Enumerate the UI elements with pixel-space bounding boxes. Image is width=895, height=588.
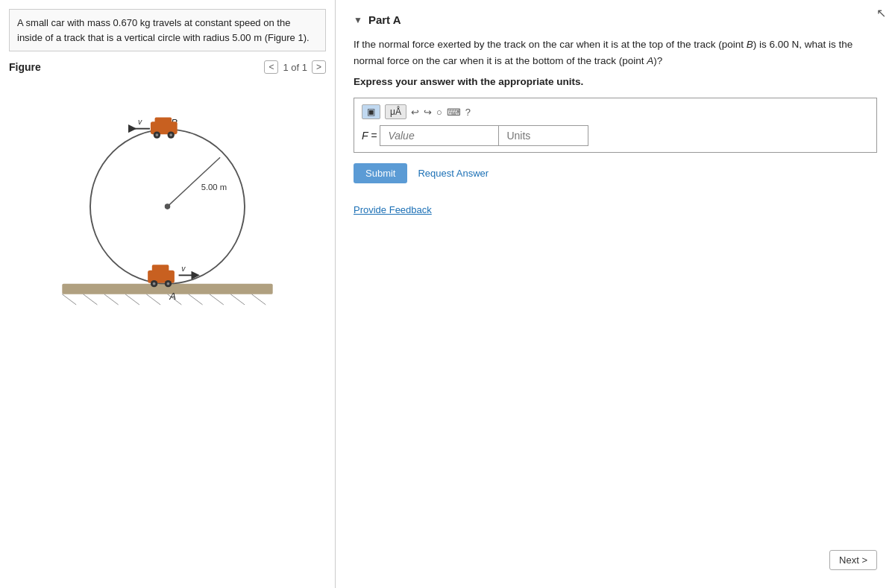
left-panel: A small car with mass 0.670 kg travels a…	[0, 0, 336, 588]
refresh-icon[interactable]: ○	[436, 107, 442, 118]
figure-area: Figure < 1 of 1 >	[0, 57, 335, 588]
redo-icon[interactable]: ↪	[424, 107, 432, 118]
svg-line-1	[62, 294, 76, 305]
keyboard-icon[interactable]: ⌨	[447, 107, 461, 118]
part-header: ▼ Part A	[354, 13, 877, 26]
figure-prev-btn[interactable]: <	[264, 60, 278, 74]
svg-point-17	[156, 133, 159, 136]
figure-label-row: Figure < 1 of 1 >	[0, 57, 335, 77]
units-input[interactable]	[499, 125, 588, 146]
right-panel: ↖ ▼ Part A If the normal force exerted b…	[336, 0, 895, 588]
mu-a-btn[interactable]: μÅ	[385, 104, 406, 119]
figure-nav: < 1 of 1 >	[264, 60, 326, 74]
question-text: If the normal force exerted by the track…	[354, 37, 877, 69]
part-title: Part A	[368, 13, 401, 26]
svg-point-18	[169, 133, 172, 136]
help-icon[interactable]: ?	[465, 107, 471, 118]
express-text: Express your answer with the appropriate…	[354, 76, 877, 87]
svg-line-7	[189, 294, 203, 305]
svg-point-23	[165, 203, 171, 209]
request-answer-link[interactable]: Request Answer	[418, 168, 489, 179]
svg-line-2	[84, 294, 98, 305]
action-row: Submit Request Answer	[354, 163, 877, 183]
figure-svg: B v 5.00 m A	[0, 77, 335, 315]
svg-line-4	[125, 294, 139, 305]
submit-button[interactable]: Submit	[354, 163, 407, 183]
svg-line-10	[251, 294, 266, 305]
next-button[interactable]: Next >	[829, 550, 877, 570]
figure-page: 1 of 1	[283, 62, 307, 73]
value-input[interactable]	[380, 125, 499, 146]
svg-line-5	[146, 294, 160, 305]
part-arrow-icon: ▼	[354, 15, 362, 25]
figure-next-btn[interactable]: >	[312, 60, 326, 74]
problem-text: A small car with mass 0.670 kg travels a…	[17, 17, 310, 43]
svg-line-21	[168, 157, 221, 206]
cursor-icon: ↖	[876, 6, 886, 20]
answer-container: ▣ μÅ ↩ ↪ ○ ⌨ ? F =	[354, 98, 877, 153]
toolbar-row: ▣ μÅ ↩ ↪ ○ ⌨ ?	[362, 104, 869, 119]
template-btn[interactable]: ▣	[362, 104, 380, 119]
svg-line-8	[210, 294, 224, 305]
svg-rect-26	[152, 265, 169, 271]
svg-line-9	[230, 294, 245, 305]
svg-point-29	[153, 282, 156, 285]
provide-feedback-link[interactable]: Provide Feedback	[354, 204, 877, 215]
f-equals-label: F =	[362, 130, 377, 142]
svg-text:v: v	[138, 118, 142, 126]
figure-label: Figure	[9, 61, 41, 73]
undo-icon[interactable]: ↩	[411, 107, 419, 118]
svg-point-30	[167, 282, 170, 285]
svg-line-3	[104, 294, 119, 305]
svg-text:A: A	[169, 291, 176, 302]
svg-text:v: v	[181, 265, 186, 273]
svg-text:5.00 m: 5.00 m	[201, 183, 227, 192]
problem-text-box: A small car with mass 0.670 kg travels a…	[9, 9, 326, 51]
input-row: F =	[362, 125, 869, 146]
figure-canvas: B v 5.00 m A	[0, 77, 335, 588]
svg-rect-14	[155, 118, 172, 124]
